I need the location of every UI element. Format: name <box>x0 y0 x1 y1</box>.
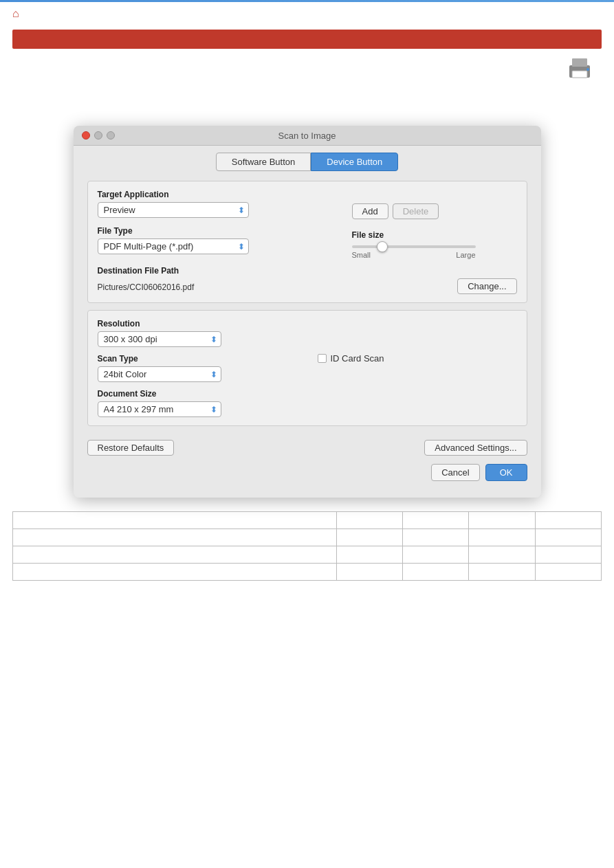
table-cell <box>13 512 337 529</box>
table-cell <box>403 564 469 581</box>
close-button[interactable] <box>82 131 90 140</box>
document-size-select-wrapper: A4 210 x 297 mm ⬍ <box>98 401 221 417</box>
scan-type-label: Scan Type <box>98 354 297 364</box>
content-area <box>0 57 614 112</box>
table-cell <box>13 546 337 564</box>
tab-device-button[interactable]: Device Button <box>311 153 398 171</box>
bottom-table <box>12 511 602 581</box>
cancel-button[interactable]: Cancel <box>431 464 479 481</box>
scan-to-image-dialog: Scan to Image Software Button Device But… <box>74 126 541 498</box>
dialog-body: Target Application Preview ⬍ Add Delete <box>74 171 541 498</box>
file-size-label: File size <box>352 230 517 240</box>
id-card-scan-label: ID Card Scan <box>331 353 384 364</box>
svg-point-3 <box>586 68 589 71</box>
table-cell <box>336 512 402 529</box>
scan-type-select[interactable]: 24bit Color <box>98 366 221 382</box>
file-type-select-wrapper: PDF Multi-Page (*.pdf) ⬍ <box>98 238 249 254</box>
printer-icon <box>566 57 593 81</box>
table-row <box>13 564 602 581</box>
table-cell <box>13 529 337 546</box>
table-row <box>13 546 602 564</box>
table-cell <box>13 564 337 581</box>
maximize-button[interactable] <box>107 131 115 140</box>
restore-defaults-button[interactable]: Restore Defaults <box>87 440 175 456</box>
table-cell <box>403 546 469 564</box>
table-cell <box>535 564 601 581</box>
target-application-select[interactable]: Preview <box>98 202 249 218</box>
svg-rect-2 <box>572 71 587 78</box>
section-bar <box>12 30 602 49</box>
target-application-select-wrapper: Preview ⬍ <box>98 202 249 218</box>
table-row <box>13 512 602 529</box>
table-cell <box>336 564 402 581</box>
file-size-area: File size Small Large <box>352 230 517 259</box>
scan-type-select-wrapper: 24bit Color ⬍ <box>98 366 221 382</box>
advanced-settings-button[interactable]: Advanced Settings... <box>424 440 527 456</box>
table-cell <box>336 529 402 546</box>
document-size-label: Document Size <box>98 389 297 399</box>
file-size-slider-thumb[interactable] <box>377 241 388 252</box>
target-application-section: Target Application Preview ⬍ Add Delete <box>87 181 527 303</box>
minimize-button[interactable] <box>94 131 102 140</box>
resolution-select-wrapper: 300 x 300 dpi ⬍ <box>98 331 221 347</box>
dialog-title: Scan to Image <box>278 131 336 141</box>
file-type-label: File Type <box>98 226 342 236</box>
home-icon[interactable]: ⌂ <box>12 8 19 20</box>
bottom-button-row: Restore Defaults Advanced Settings... <box>87 433 527 460</box>
file-type-select[interactable]: PDF Multi-Page (*.pdf) <box>98 238 249 254</box>
table-cell <box>469 512 535 529</box>
table-cell <box>535 546 601 564</box>
resolution-label: Resolution <box>98 319 297 329</box>
id-card-scan-area: ID Card Scan <box>318 353 517 364</box>
table-cell <box>336 546 402 564</box>
resolution-section: Resolution 300 x 300 dpi ⬍ Scan Type 24b… <box>87 310 527 426</box>
table-cell <box>403 512 469 529</box>
file-size-slider-track[interactable] <box>352 245 476 248</box>
table-row <box>13 529 602 546</box>
table-cell <box>469 529 535 546</box>
table-cell <box>469 564 535 581</box>
destination-path: Pictures/CCI06062016.pdf <box>98 282 195 292</box>
destination-label: Destination File Path <box>98 266 517 276</box>
svg-rect-1 <box>572 58 587 67</box>
ok-button[interactable]: OK <box>485 464 527 481</box>
id-card-scan-checkbox[interactable] <box>318 354 327 363</box>
nav-bar: ⌂ <box>0 2 614 25</box>
tab-software-button[interactable]: Software Button <box>216 153 311 171</box>
file-size-small-label: Small <box>352 251 371 259</box>
delete-button[interactable]: Delete <box>393 203 439 219</box>
table-cell <box>535 512 601 529</box>
change-button[interactable]: Change... <box>457 278 516 294</box>
title-bar: Scan to Image <box>74 126 541 146</box>
add-button[interactable]: Add <box>352 203 388 219</box>
file-size-slider-labels: Small Large <box>352 251 476 259</box>
resolution-select[interactable]: 300 x 300 dpi <box>98 331 221 347</box>
target-application-label: Target Application <box>98 190 342 199</box>
table-cell <box>403 529 469 546</box>
final-buttons: Cancel OK <box>87 460 527 488</box>
window-controls <box>82 131 115 140</box>
tab-row: Software Button Device Button <box>74 146 541 171</box>
document-size-select[interactable]: A4 210 x 297 mm <box>98 401 221 417</box>
file-size-large-label: Large <box>456 251 475 259</box>
table-cell <box>469 546 535 564</box>
add-delete-buttons: Add Delete <box>352 203 517 219</box>
destination-path-row: Pictures/CCI06062016.pdf Change... <box>98 278 517 294</box>
table-cell <box>535 529 601 546</box>
